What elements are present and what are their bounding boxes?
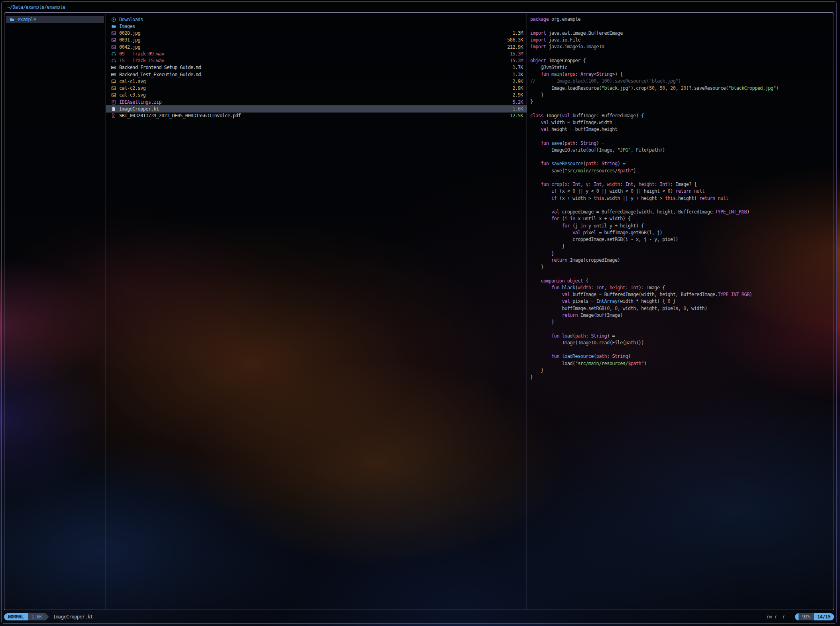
file-name: cal-c1.svg <box>119 79 146 84</box>
code-line: } <box>530 319 834 326</box>
file-size: 15.3M <box>510 51 527 57</box>
code-line: object ImageCropper { <box>530 57 834 64</box>
file-row[interactable]: 09 - Track 09.wav15.3M <box>106 50 527 57</box>
code-line: save("src/main/resources/$path") <box>530 168 834 174</box>
file-name: cal-c3.svg <box>119 92 146 98</box>
file-row[interactable]: Backend_Test_Execution_Guide.md1.3K <box>106 71 527 78</box>
code-line: class Image(val buffImage: BufferedImage… <box>530 113 834 119</box>
file-size: 1.3K <box>513 72 527 77</box>
status-bar: NORMAL 1.6K ImageCropper.kt -rw-r--r-- 9… <box>2 610 836 623</box>
code-line: } <box>530 250 834 257</box>
status-right: -rw-r--r-- 93% 14/15 <box>764 613 834 620</box>
parent-directory-pane: example <box>4 13 106 610</box>
file-name: 0028.jpg <box>119 30 140 36</box>
code-line: load("src/main/resources/$path") <box>530 360 834 367</box>
code-line: for (j in y until y + height) { <box>530 223 834 229</box>
status-file-name: ImageCropper.kt <box>53 614 92 620</box>
file-name: 0031.jpg <box>119 37 140 43</box>
folder-icon <box>111 24 116 29</box>
image-icon <box>111 31 116 36</box>
file-icon <box>111 107 116 111</box>
file-name: SBI_0032013739_2023_DE05_0003155631Invoi… <box>119 113 241 118</box>
code-line: val croppedImage = BufferedImage(width, … <box>530 209 834 215</box>
file-list-pane: DownloadsImages0028.jpg1.3M0031.jpg586.3… <box>106 13 527 610</box>
code-line: import javax.imageio.ImageIO <box>530 43 834 50</box>
file-name: Images <box>119 24 135 29</box>
file-row[interactable]: Downloads <box>106 16 527 23</box>
file-row[interactable]: ImageCropper.kt1.6K <box>106 105 527 112</box>
file-row[interactable]: SBI_0032013739_2023_DE05_0003155631Invoi… <box>106 113 527 119</box>
sidebar-dir-row[interactable]: example <box>6 16 104 23</box>
code-line: val width = buffImage.width <box>530 119 834 126</box>
image-icon <box>111 93 116 97</box>
file-size: 1.6K <box>513 106 527 112</box>
cwd-path: ~/Data/example/example <box>7 4 65 10</box>
image-icon <box>111 38 116 42</box>
powerline-arrow-icon <box>45 613 49 620</box>
file-row[interactable]: cal-c1.svg2.9K <box>106 78 527 85</box>
code-line <box>530 271 834 277</box>
code-line: for (i in x until x + width) { <box>530 215 834 222</box>
file-permissions: -rw-r--r-- <box>764 614 790 620</box>
file-size: 1.3M <box>513 30 527 36</box>
code-line: Image.loadResource("black.jpg").crop(50,… <box>530 85 834 92</box>
dir-name: example <box>18 17 36 22</box>
position-pill: 93% 14/15 <box>795 613 834 620</box>
markdown-icon <box>111 65 116 70</box>
code-line: fun crop(x: Int, y: Int, width: Int, hei… <box>530 181 834 188</box>
code-line <box>530 346 834 353</box>
panes-container: example DownloadsImages0028.jpg1.3M0031.… <box>4 12 834 610</box>
code-line: if (x < 0 || y < 0 || width < 0 || heigh… <box>530 188 834 195</box>
scroll-percent: 93% <box>799 613 814 620</box>
file-size: 212.9K <box>507 44 527 50</box>
code-line: } <box>530 374 834 381</box>
file-row[interactable]: Images <box>106 23 527 30</box>
file-name: ImageCropper.kt <box>119 106 159 112</box>
zip-icon <box>111 100 116 105</box>
code-line <box>530 202 834 209</box>
code-line: } <box>530 92 834 99</box>
code-line <box>530 154 834 160</box>
code-line: fun saveResource(path: String) = <box>530 160 834 167</box>
file-name: Backend_Frontend_Setup_Guide.md <box>119 65 201 70</box>
folder-icon <box>10 17 14 22</box>
code-line: import java.io.File <box>530 37 834 43</box>
code-line: companion object { <box>530 278 834 284</box>
file-row[interactable]: Backend_Frontend_Setup_Guide.md1.7K <box>106 64 527 71</box>
code-line: fun save(path: String) = <box>530 140 834 147</box>
code-line: if (x + width > this.width || y + height… <box>530 195 834 202</box>
file-name: 09 - Track 09.wav <box>119 51 164 57</box>
code-line: fun black(width: Int, height: Int): Imag… <box>530 284 834 291</box>
code-line: val pixel = buffImage.getRGB(i, j) <box>530 229 834 236</box>
code-line <box>530 326 834 332</box>
code-line <box>530 23 834 30</box>
mode-badge: NORMAL <box>4 613 28 620</box>
file-row[interactable]: cal-c3.svg2.9K <box>106 92 527 99</box>
code-line: buffImage.setRGB(0, 0, width, height, pi… <box>530 305 834 312</box>
file-row[interactable]: 0031.jpg586.3K <box>106 37 527 43</box>
preview-pane[interactable]: package org.example import java.awt.imag… <box>527 13 834 610</box>
file-row[interactable]: 15 - Track 15.wav15.3M <box>106 57 527 64</box>
file-row[interactable]: IDEAsettings.zip5.2K <box>106 99 527 105</box>
file-name: Downloads <box>119 17 143 22</box>
markdown-icon <box>111 72 116 77</box>
image-icon <box>111 45 116 49</box>
pill-cap <box>795 613 799 620</box>
file-name: Backend_Test_Execution_Guide.md <box>119 72 201 77</box>
file-row[interactable]: 0028.jpg1.3M <box>106 30 527 37</box>
code-line: @JvmStatic <box>530 64 834 71</box>
file-size: 2.9K <box>513 92 527 98</box>
code-line <box>530 133 834 140</box>
code-line: croppedImage.setRGB(i - x, j - y, pixel) <box>530 236 834 243</box>
file-name: IDEAsettings.zip <box>119 99 161 105</box>
code-line <box>530 105 834 112</box>
terminal-window: ~/Data/example/example example Downloads… <box>1 1 837 624</box>
code-line: } <box>530 367 834 374</box>
code-line <box>530 174 834 181</box>
code-line: val pixels = IntArray(width * height) { … <box>530 298 834 305</box>
downloads-icon <box>111 17 116 22</box>
code-line: return Image(buffImage) <box>530 312 834 319</box>
file-row[interactable]: 0042.jpg212.9K <box>106 43 527 50</box>
file-size: 1.7K <box>513 65 527 70</box>
file-row[interactable]: cal-c2.svg2.9K <box>106 85 527 92</box>
